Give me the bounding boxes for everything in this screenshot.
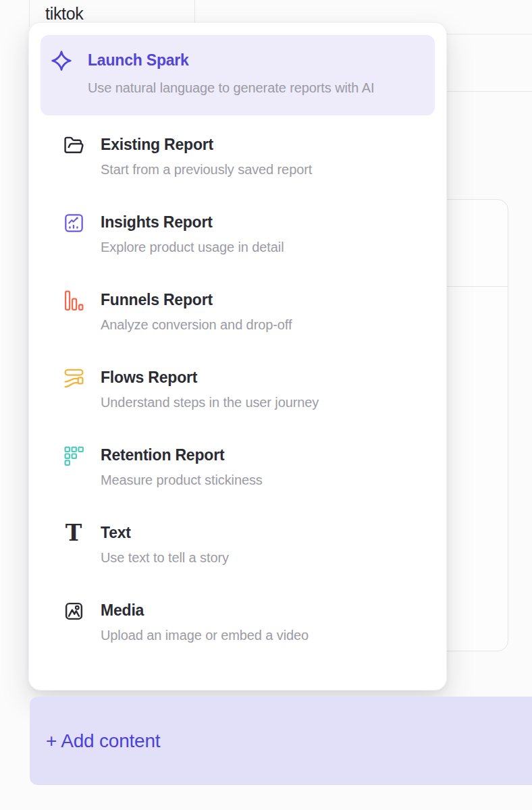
menu-item-description: Understand steps in the user journey <box>101 393 319 412</box>
menu-item-retention-report[interactable]: Retention Report Measure product stickin… <box>41 445 435 489</box>
menu-item-description: Explore product usage in detail <box>101 238 284 256</box>
funnels-bars-icon <box>63 290 84 311</box>
media-image-icon <box>63 600 84 622</box>
board-row-label[interactable]: tiktok <box>45 4 84 24</box>
menu-item-title: Launch Spark <box>88 50 374 70</box>
menu-item-title: Funnels Report <box>101 290 292 310</box>
menu-item-insights-report[interactable]: Insights Report Explore product usage in… <box>41 212 435 256</box>
menu-item-description: Upload an image or embed a video <box>101 626 309 645</box>
text-icon: T <box>63 522 84 544</box>
menu-item-title: Retention Report <box>101 445 263 465</box>
menu-item-flows-report[interactable]: Flows Report Understand steps in the use… <box>41 367 435 412</box>
add-content-popover: Launch Spark Use natural language to gen… <box>28 22 447 691</box>
add-content-label: + Add content <box>46 730 160 752</box>
menu-item-title: Media <box>101 600 309 620</box>
menu-item-description: Start from a previously saved report <box>101 160 312 179</box>
menu-item-text[interactable]: T Text Use text to tell a story <box>41 522 435 567</box>
menu-item-description: Use natural language to generate reports… <box>88 77 374 99</box>
menu-list: Existing Report Start from a previously … <box>41 134 435 645</box>
menu-item-funnels-report[interactable]: Funnels Report Analyze conversion and dr… <box>41 290 435 334</box>
board-card-left-edge <box>29 0 30 27</box>
menu-item-description: Use text to tell a story <box>101 548 229 567</box>
menu-item-description: Analyze conversion and drop-off <box>101 315 292 334</box>
menu-item-title: Insights Report <box>101 212 284 232</box>
insights-chart-icon <box>63 212 84 234</box>
add-content-button[interactable]: + Add content <box>30 697 532 785</box>
folder-open-icon <box>63 134 84 156</box>
menu-item-existing-report[interactable]: Existing Report Start from a previously … <box>41 134 435 179</box>
spark-icon <box>51 50 72 72</box>
menu-item-title: Text <box>101 522 229 543</box>
menu-item-media[interactable]: Media Upload an image or embed a video <box>41 600 435 645</box>
menu-item-description: Measure product stickiness <box>101 470 263 489</box>
menu-item-launch-spark[interactable]: Launch Spark Use natural language to gen… <box>41 35 435 115</box>
retention-grid-icon <box>63 445 84 466</box>
menu-item-title: Existing Report <box>101 134 312 155</box>
flows-icon <box>63 367 84 389</box>
menu-item-title: Flows Report <box>101 367 319 387</box>
